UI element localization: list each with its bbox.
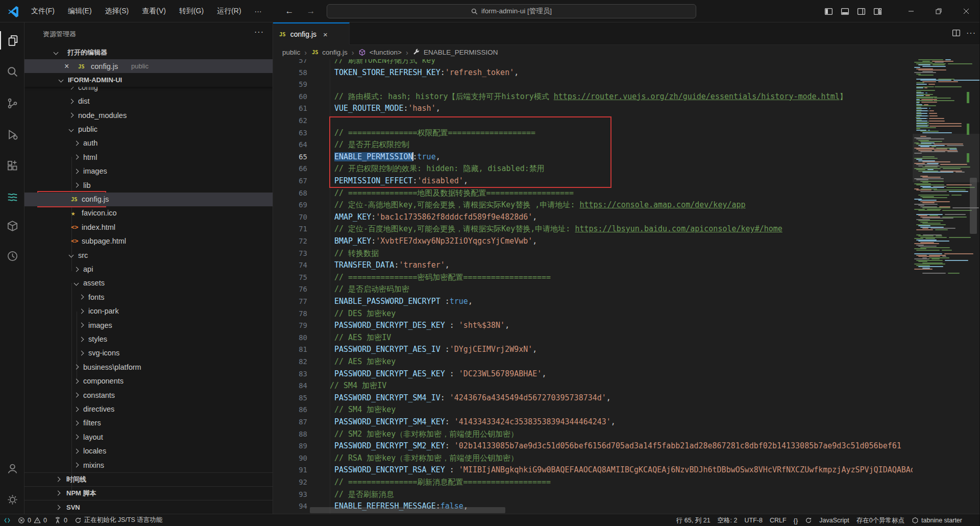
window-minimize-button[interactable] — [897, 0, 925, 22]
comment-link[interactable]: https://console.amap.com/dev/key/app — [579, 200, 745, 209]
command-center-search[interactable]: iform-admin-ui [管理员] — [327, 4, 696, 18]
section-npm-scripts[interactable]: NPM 脚本 — [24, 486, 273, 500]
status-punctuation-check[interactable]: 存在0个异常标点 — [853, 514, 908, 526]
toggle-secondary-sidebar-icon[interactable] — [855, 5, 867, 17]
breadcrumb-item[interactable]: public — [282, 49, 300, 56]
open-editors-header[interactable]: 打开的编辑器 — [24, 45, 273, 59]
status-encoding[interactable]: UTF-8 — [741, 514, 766, 526]
vertical-scrollbar[interactable] — [970, 178, 977, 234]
tab-close-icon[interactable]: × — [323, 30, 328, 39]
split-editor-icon[interactable] — [952, 29, 961, 37]
menu-item-0[interactable]: 文件(F) — [24, 5, 61, 18]
explorer-more-actions-icon[interactable]: ··· — [254, 28, 264, 37]
explorer-icon[interactable] — [0, 31, 24, 50]
status-language-features[interactable]: 正在初始化 JS/TS 语言功能 — [71, 514, 166, 526]
breadcrumb-item[interactable]: config.js — [322, 49, 348, 56]
tree-item-auth[interactable]: auth — [24, 136, 273, 150]
breadcrumb-item[interactable]: ENABLE_PERMISSION — [424, 49, 498, 56]
command-center-text: iform-admin-ui [管理员] — [481, 7, 552, 16]
tree-item-filters[interactable]: filters — [24, 416, 273, 430]
account-icon[interactable] — [0, 459, 24, 477]
flow-lines-icon[interactable] — [0, 187, 24, 206]
settings-icon[interactable] — [0, 490, 24, 509]
status-remote-indicator[interactable] — [0, 514, 14, 526]
code-line-59: 59 — [273, 79, 913, 91]
package-icon[interactable] — [0, 217, 24, 235]
tree-item-node-modules[interactable]: node_modules — [24, 108, 273, 122]
menu-item-3[interactable]: 查看(V) — [135, 5, 173, 18]
window-restore-button[interactable] — [925, 0, 952, 22]
tree-item-svg-icons[interactable]: svg-icons — [24, 346, 273, 360]
minimap[interactable] — [913, 59, 967, 514]
section-timeline[interactable]: 时间线 — [24, 472, 273, 486]
toggle-panel-icon[interactable] — [839, 5, 850, 17]
tree-item-config-js[interactable]: JSconfig.js — [24, 193, 273, 206]
comment-link[interactable]: https://router.vuejs.org/zh/guide/essent… — [554, 92, 840, 101]
line-number: 71 — [273, 223, 307, 235]
tree-item-subpage-html[interactable]: <>subpage.html — [24, 234, 273, 248]
status-sync-status[interactable] — [801, 514, 816, 526]
open-editor-config-js[interactable]: ×JSconfig.jspublic — [24, 59, 273, 73]
tree-item-api[interactable]: api — [24, 262, 273, 276]
customize-layout-icon[interactable] — [872, 5, 883, 17]
code-text: TRANSFER_DATA:'transfer', — [334, 259, 450, 272]
status-language-status[interactable]: {} — [790, 514, 802, 526]
tree-item-fonts[interactable]: fonts — [24, 290, 273, 304]
tree-item-public[interactable]: public — [24, 123, 273, 136]
nav-back-icon[interactable]: ← — [282, 5, 297, 17]
status-problems[interactable]: 00 — [14, 514, 51, 526]
minimap-line — [916, 92, 924, 93]
tree-item-styles[interactable]: styles — [24, 332, 273, 346]
line-number: 79 — [273, 320, 307, 332]
status-cursor-position[interactable]: 行 65, 列 21 — [673, 514, 714, 526]
status-ports[interactable]: 0 — [51, 514, 71, 526]
editor-more-actions-icon[interactable]: ··· — [966, 29, 976, 38]
status-tabnine[interactable]: tabnine starter — [908, 514, 966, 526]
status-indentation[interactable]: 空格: 2 — [714, 514, 741, 526]
horizontal-scrollbar[interactable] — [310, 507, 505, 513]
tree-item-business-platform[interactable]: business\platform — [24, 360, 273, 374]
run-debug-icon[interactable] — [0, 125, 24, 144]
chevron-down-icon — [54, 50, 59, 55]
tree-item-html[interactable]: html — [24, 150, 273, 164]
breadcrumb[interactable]: public›JSconfig.js›<function>›ENABLE_PER… — [273, 45, 980, 59]
tree-item-images[interactable]: images — [24, 164, 273, 178]
menu-item-5[interactable]: 运行(R) — [210, 5, 248, 18]
menu-item-4[interactable]: 转到(G) — [173, 5, 210, 18]
status-prettier[interactable] — [966, 514, 973, 526]
minimap-slider[interactable] — [913, 134, 980, 182]
status-language-mode[interactable]: JavaScript — [816, 514, 852, 526]
toggle-sidebar-icon[interactable] — [823, 5, 834, 17]
tree-item-icon-park[interactable]: icon-park — [24, 304, 273, 318]
tree-item-dist[interactable]: dist — [24, 94, 273, 108]
tree-item-directives[interactable]: directives — [24, 402, 273, 416]
tree-item-layout[interactable]: layout — [24, 430, 273, 444]
window-close-button[interactable] — [952, 0, 980, 22]
item-label: auth — [83, 139, 97, 147]
tree-root-iform-admin-ui[interactable]: IFORM-ADMIN-UI — [24, 73, 273, 87]
tree-item-constants[interactable]: constants — [24, 388, 273, 402]
comment-link[interactable]: https://lbsyun.baidu.com/apiconsole/key#… — [575, 224, 782, 233]
source-control-icon[interactable] — [0, 94, 24, 112]
tree-item-src[interactable]: src — [24, 248, 273, 262]
search-icon[interactable] — [0, 62, 24, 81]
tree-item-favicon-ico[interactable]: ★favicon.ico — [24, 206, 273, 220]
close-icon[interactable]: × — [64, 62, 69, 71]
menu-item-2[interactable]: 选择(S) — [99, 5, 136, 18]
extensions-icon[interactable] — [0, 156, 24, 175]
tree-item-components[interactable]: components — [24, 374, 273, 388]
tree-item-index-html[interactable]: <>index.html — [24, 220, 273, 234]
nav-forward-icon[interactable]: → — [303, 5, 318, 17]
tab-config-js[interactable]: JS config.js × — [273, 22, 350, 45]
tree-item-images[interactable]: images — [24, 318, 273, 332]
tree-item-locales[interactable]: locales — [24, 444, 273, 458]
status-eol[interactable]: CRLF — [766, 514, 790, 526]
breadcrumb-item[interactable]: <function> — [370, 49, 402, 56]
tree-item-mixins[interactable]: mixins — [24, 458, 273, 472]
menu-item-6[interactable]: ··· — [248, 5, 268, 17]
menu-item-1[interactable]: 编辑(E) — [61, 5, 99, 18]
tree-item-assets[interactable]: assets — [24, 276, 273, 290]
tree-item-lib[interactable]: lib — [24, 178, 273, 192]
timer-icon[interactable] — [0, 247, 24, 265]
section-svn[interactable]: SVN — [24, 500, 273, 514]
